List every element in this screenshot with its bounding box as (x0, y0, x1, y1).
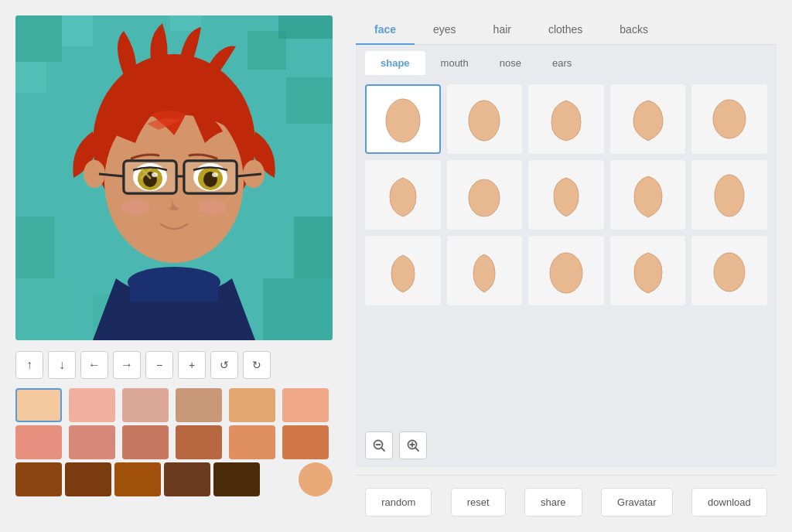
svg-line-50 (415, 448, 418, 451)
face-shape-13[interactable] (528, 236, 604, 305)
move-right-button[interactable]: → (113, 351, 141, 379)
svg-line-47 (381, 448, 384, 451)
svg-rect-8 (294, 217, 333, 278)
svg-point-34 (212, 172, 218, 177)
random-button[interactable]: random (365, 488, 432, 517)
svg-rect-4 (278, 15, 333, 39)
undo-button[interactable]: ↺ (210, 351, 238, 379)
color-swatch-8[interactable] (69, 425, 115, 459)
color-swatch-11[interactable] (229, 425, 275, 459)
download-button[interactable]: download (691, 488, 767, 517)
svg-rect-7 (15, 217, 54, 278)
shape-grid-container (356, 75, 777, 424)
face-shape-10[interactable] (691, 160, 767, 230)
svg-rect-2 (62, 15, 93, 46)
face-shape-6[interactable] (365, 160, 441, 230)
zoom-in-small-button[interactable]: + (178, 351, 206, 379)
color-swatch-6[interactable] (282, 388, 329, 422)
color-swatch-4[interactable] (176, 388, 222, 422)
subtab-ears[interactable]: ears (537, 51, 587, 75)
move-up-button[interactable]: ↑ (15, 351, 43, 379)
face-shape-7[interactable] (447, 160, 523, 230)
tab-eyes[interactable]: eyes (415, 15, 475, 45)
color-swatch-14[interactable] (65, 462, 111, 496)
face-shape-2[interactable] (447, 84, 523, 154)
zoom-out-button[interactable] (365, 431, 393, 459)
color-swatch-9[interactable] (122, 425, 169, 459)
color-swatch-1[interactable] (15, 388, 62, 422)
subtab-shape[interactable]: shape (365, 51, 425, 75)
top-tabs: face eyes hair clothes backs (356, 15, 777, 45)
color-swatch-16[interactable] (164, 462, 210, 496)
face-shape-1[interactable] (365, 84, 441, 154)
color-swatch-13[interactable] (15, 462, 62, 496)
zoom-row (356, 424, 777, 467)
face-shape-3[interactable] (528, 84, 604, 154)
zoom-in-button[interactable] (399, 431, 427, 459)
svg-rect-5 (15, 62, 46, 93)
svg-point-38 (199, 200, 227, 215)
svg-point-45 (714, 253, 745, 292)
color-swatch-2[interactable] (69, 388, 115, 422)
share-button[interactable]: share (524, 488, 582, 517)
svg-point-42 (469, 179, 500, 217)
svg-point-40 (469, 101, 500, 141)
face-shape-15[interactable] (691, 236, 767, 305)
face-shape-8[interactable] (528, 160, 604, 230)
color-swatch-12[interactable] (282, 425, 329, 459)
zoom-out-small-button[interactable]: − (145, 351, 173, 379)
sub-tabs: shape mouth nose ears (356, 45, 777, 75)
face-shape-11[interactable] (365, 236, 441, 305)
move-down-button[interactable]: ↓ (48, 351, 76, 379)
move-left-button[interactable]: ← (80, 351, 108, 379)
right-panel: face eyes hair clothes backs shape mouth… (348, 0, 792, 532)
subtab-nose[interactable]: nose (484, 51, 537, 75)
skin-color-row-dark (15, 462, 333, 496)
svg-rect-10 (170, 15, 201, 31)
skin-color-grid (15, 388, 333, 422)
subtab-mouth[interactable]: mouth (425, 51, 484, 75)
tab-hair[interactable]: hair (475, 15, 530, 45)
svg-point-33 (152, 172, 158, 177)
skin-circle-preview[interactable] (299, 462, 333, 496)
face-shape-4[interactable] (610, 84, 686, 154)
bottom-buttons: random reset share Gravatar download (356, 475, 777, 517)
avatar-canvas (15, 15, 333, 340)
tab-backs[interactable]: backs (601, 15, 667, 45)
svg-rect-6 (286, 77, 333, 124)
color-swatch-15[interactable] (114, 462, 161, 496)
svg-point-37 (121, 200, 149, 215)
svg-point-43 (715, 175, 744, 217)
reset-button[interactable]: reset (451, 488, 506, 517)
svg-rect-12 (263, 278, 333, 340)
color-swatch-17[interactable] (213, 462, 260, 496)
redo-button[interactable]: ↻ (243, 351, 271, 379)
color-swatch-5[interactable] (229, 388, 275, 422)
controls-row: ↑ ↓ ← → − + ↺ ↻ (15, 351, 333, 379)
face-shape-grid (365, 84, 767, 305)
face-shape-14[interactable] (610, 236, 686, 305)
color-swatch-3[interactable] (122, 388, 169, 422)
color-swatch-10[interactable] (176, 425, 222, 459)
left-panel: ↑ ↓ ← → − + ↺ ↻ (0, 0, 348, 532)
gravatar-button[interactable]: Gravatar (601, 488, 673, 517)
face-shape-5[interactable] (691, 84, 767, 154)
face-shape-9[interactable] (610, 160, 686, 230)
svg-point-39 (386, 99, 420, 142)
svg-rect-1 (15, 15, 62, 62)
svg-rect-15 (130, 278, 218, 302)
face-shape-12[interactable] (447, 236, 523, 305)
svg-point-44 (550, 253, 582, 293)
skin-color-grid-2 (15, 425, 333, 459)
tab-face[interactable]: face (356, 15, 415, 45)
svg-point-41 (713, 100, 746, 138)
svg-rect-9 (23, 278, 77, 340)
color-swatch-7[interactable] (15, 425, 62, 459)
tab-clothes[interactable]: clothes (530, 15, 601, 45)
